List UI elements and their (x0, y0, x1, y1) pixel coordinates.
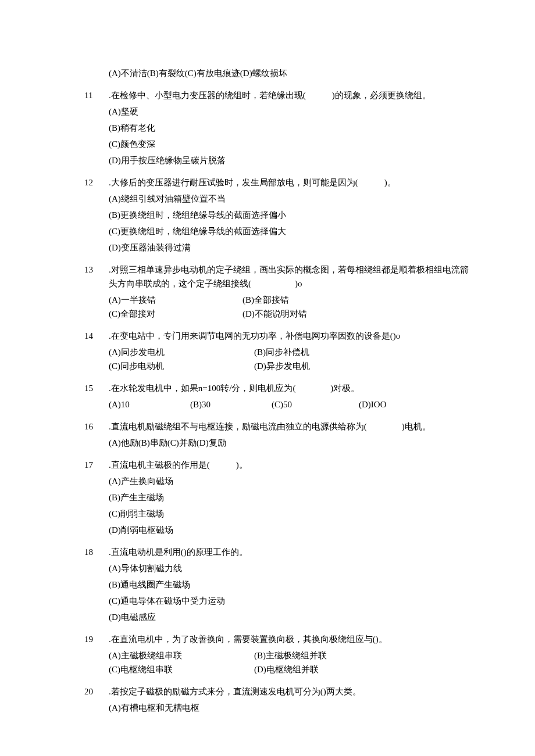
question-line: 20.若按定子磁极的励磁方式来分，直流测速发电机可分为()两大类。 (84, 685, 483, 698)
option: (C)全部接对 (109, 307, 242, 321)
question-number: 15 (84, 381, 109, 395)
option: (D)不能说明对错 (242, 307, 307, 321)
option: (D)异步发电机 (254, 359, 310, 373)
option: (C)削弱主磁场 (109, 507, 483, 521)
option: (D)削弱电枢磁场 (109, 523, 483, 537)
option: (A)有槽电枢和无槽电枢 (109, 701, 483, 715)
question-number: 18 (84, 545, 109, 559)
option: (C)电枢绕组串联 (109, 662, 254, 676)
question-options: (A)导体切割磁力线(B)通电线圈产生磁场(C)通电导体在磁场中受力运动(D)电… (109, 561, 483, 624)
option: (A)一半接错 (109, 293, 242, 307)
question-line: 16.直流电机励磁绕组不与电枢连接，励磁电流由独立的电源供给称为( )电机。 (84, 420, 483, 433)
question-stem: .在变电站中，专门用来调节电网的无功功率，补偿电网功率因数的设备是()o (109, 329, 483, 343)
option-row: (A)一半接错(B)全部接错 (109, 293, 483, 307)
option: (A)导体切割磁力线 (109, 561, 483, 575)
option: (D)IOO (359, 397, 386, 411)
question: 15.在水轮发电机中，如果n=100转/分，则电机应为( )对极。(A)10(B… (84, 381, 483, 411)
question: (A)不清洁(B)有裂纹(C)有放电痕迹(D)螺纹损坏 (84, 66, 483, 80)
question: 16.直流电机励磁绕组不与电枢连接，励磁电流由独立的电源供给称为( )电机。(A… (84, 420, 483, 450)
option: (A)产生换向磁场 (109, 474, 483, 488)
question: 13.对照三相单速异步电动机的定子绕组，画出实际的概念图，若每相绕组都是顺着极相… (84, 263, 483, 321)
question-line: 15.在水轮发电机中，如果n=100转/分，则电机应为( )对极。 (84, 381, 483, 395)
question-number: 17 (84, 458, 109, 472)
question-number: 20 (84, 685, 109, 698)
question-stem-continuation: 头方向串联成的，这个定子绕组接线( )o (109, 277, 483, 291)
option: (A)同步发电机 (109, 345, 254, 359)
option-row: (C)全部接对(D)不能说明对错 (109, 307, 483, 321)
option-row: (C)同步电动机(D)异步发电机 (109, 359, 483, 373)
question-options: (A)10(B)30(C)50(D)IOO (109, 397, 483, 411)
option: (D)电磁感应 (109, 610, 483, 624)
question-options: (A)他励(B)串励(C)并励(D)复励 (109, 436, 483, 450)
question-number: 16 (84, 420, 109, 433)
question-line: 19.在直流电机中，为了改善换向，需要装置换向极，其换向极绕组应与()。 (84, 632, 483, 646)
question-number: 13 (84, 263, 109, 277)
option: (B)产生主磁场 (109, 490, 483, 504)
option-row: (C)电枢绕组串联(D)电枢绕组并联 (109, 662, 483, 676)
question-line: 13.对照三相单速异步电动机的定子绕组，画出实际的概念图，若每相绕组都是顺着极相… (84, 263, 483, 277)
question: 12.大修后的变压器进行耐压试验时，发生局部放电，则可能是因为( )。(A)绕组… (84, 175, 483, 255)
question-line: 11.在检修中、小型电力变压器的绕组时，若绝缘出现( )的现象，必须更换绕组。 (84, 88, 483, 102)
option: (B)30 (190, 397, 272, 411)
option: (D)变压器油装得过满 (109, 241, 483, 255)
question-options: (A)同步发电机(B)同步补偿机(C)同步电动机(D)异步发电机 (109, 345, 483, 373)
question-line: 18.直流电动机是利用()的原理工作的。 (84, 545, 483, 559)
option: (D)电枢绕组并联 (254, 662, 319, 676)
question-number: 11 (84, 88, 109, 102)
question-option-inline: (A)不清洁(B)有裂纹(C)有放电痕迹(D)螺纹损坏 (109, 66, 483, 80)
option: (A)绕组引线对油箱壁位置不当 (109, 192, 483, 206)
option: (C)颜色变深 (109, 137, 483, 151)
option: (B)主磁极绕组并联 (254, 648, 327, 662)
question-stem: .在水轮发电机中，如果n=100转/分，则电机应为( )对极。 (109, 381, 483, 395)
question-line: 17.直流电机主磁极的作用是( )。 (84, 458, 483, 472)
question-options: (A)产生换向磁场(B)产生主磁场(C)削弱主磁场(D)削弱电枢磁场 (109, 474, 483, 537)
question-number: 19 (84, 632, 109, 646)
question-stem: .大修后的变压器进行耐压试验时，发生局部放电，则可能是因为( )。 (109, 175, 483, 189)
option: (C)通电导体在磁场中受力运动 (109, 594, 483, 608)
option: (B)通电线圈产生磁场 (109, 578, 483, 592)
option: (A)坚硬 (109, 105, 483, 119)
option: (B)全部接错 (242, 293, 289, 307)
option: (C)更换绕组时，绕组绝缘导线的截面选择偏大 (109, 224, 483, 238)
question-options: (A)有槽电枢和无槽电枢 (109, 701, 483, 715)
question-stem: .若按定子磁极的励磁方式来分，直流测速发电机可分为()两大类。 (109, 685, 483, 698)
question-options: (A)坚硬(B)稍有老化(C)颜色变深(D)用手按压绝缘物呈碳片脱落 (109, 105, 483, 167)
question-stem: .直流电机励磁绕组不与电枢连接，励磁电流由独立的电源供给称为( )电机。 (109, 420, 483, 433)
question-options: (A)主磁极绕组串联(B)主磁极绕组并联(C)电枢绕组串联(D)电枢绕组并联 (109, 648, 483, 676)
option-inline: (A)他励(B)串励(C)并励(D)复励 (109, 436, 483, 450)
question: 20.若按定子磁极的励磁方式来分，直流测速发电机可分为()两大类。(A)有槽电枢… (84, 685, 483, 715)
option: (C)同步电动机 (109, 359, 254, 373)
question: 18.直流电动机是利用()的原理工作的。(A)导体切割磁力线(B)通电线圈产生磁… (84, 545, 483, 624)
question: 19.在直流电机中，为了改善换向，需要装置换向极，其换向极绕组应与()。(A)主… (84, 632, 483, 676)
question-stem: .直流电动机是利用()的原理工作的。 (109, 545, 483, 559)
option: (B)稍有老化 (109, 121, 483, 135)
question-stem: .在检修中、小型电力变压器的绕组时，若绝缘出现( )的现象，必须更换绕组。 (109, 88, 483, 102)
option: (B)更换绕组时，绕组绝缘导线的截面选择偏小 (109, 208, 483, 222)
option: (B)同步补偿机 (254, 345, 309, 359)
question: 11.在检修中、小型电力变压器的绕组时，若绝缘出现( )的现象，必须更换绕组。(… (84, 88, 483, 167)
question: 17.直流电机主磁极的作用是( )。(A)产生换向磁场(B)产生主磁场(C)削弱… (84, 458, 483, 537)
option-row: (A)同步发电机(B)同步补偿机 (109, 345, 483, 359)
option: (A)主磁极绕组串联 (109, 648, 254, 662)
question-options: (A)一半接错(B)全部接错(C)全部接对(D)不能说明对错 (109, 293, 483, 321)
option-row: (A)10(B)30(C)50(D)IOO (109, 397, 483, 411)
question-stem: .对照三相单速异步电动机的定子绕组，画出实际的概念图，若每相绕组都是顺着极相组电… (109, 263, 483, 277)
question-number: 12 (84, 175, 109, 189)
question: 14.在变电站中，专门用来调节电网的无功功率，补偿电网功率因数的设备是()o(A… (84, 329, 483, 373)
question-options: (A)绕组引线对油箱壁位置不当(B)更换绕组时，绕组绝缘导线的截面选择偏小(C)… (109, 192, 483, 255)
question-line: 14.在变电站中，专门用来调节电网的无功功率，补偿电网功率因数的设备是()o (84, 329, 483, 343)
option: (C)50 (272, 397, 359, 411)
option: (D)用手按压绝缘物呈碳片脱落 (109, 153, 483, 167)
question-number: 14 (84, 329, 109, 343)
question-stem: .直流电机主磁极的作用是( )。 (109, 458, 483, 472)
question-line: 12.大修后的变压器进行耐压试验时，发生局部放电，则可能是因为( )。 (84, 175, 483, 189)
option: (A)10 (109, 397, 190, 411)
option-row: (A)主磁极绕组串联(B)主磁极绕组并联 (109, 648, 483, 662)
question-stem: .在直流电机中，为了改善换向，需要装置换向极，其换向极绕组应与()。 (109, 632, 483, 646)
document-page: (A)不清洁(B)有裂纹(C)有放电痕迹(D)螺纹损坏11.在检修中、小型电力变… (0, 0, 535, 756)
